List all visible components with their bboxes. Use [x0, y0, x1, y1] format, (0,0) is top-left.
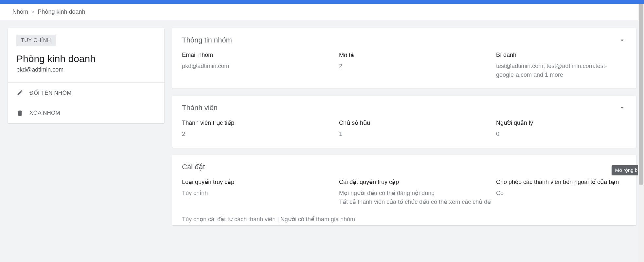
top-blue-bar	[0, 0, 644, 4]
field-label: Bí danh	[496, 52, 626, 58]
group-title: Phòng kinh doanh	[16, 53, 164, 64]
panels-column: Thông tin nhóm Email nhóm pkd@adtimin.co…	[172, 28, 636, 254]
trash-icon	[16, 109, 24, 117]
field-value: 2	[339, 62, 493, 71]
field-label: Loại quyền truy cập	[182, 178, 336, 186]
breadcrumb-current: Phòng kinh doanh	[38, 8, 85, 15]
field-value: pkd@adtimin.com	[182, 62, 336, 71]
delete-group-label: XÓA NHÓM	[29, 110, 60, 116]
main-content: TÙY CHỈNH Phòng kinh doanh pkd@adtimin.c…	[0, 20, 644, 262]
settings-fields: Loại quyền truy cập Tùy chỉnh Cài đặt qu…	[182, 178, 626, 206]
breadcrumb-separator: >	[31, 9, 34, 15]
group-email: pkd@adtimin.com	[16, 66, 164, 73]
pencil-icon	[16, 89, 24, 96]
chevron-down-icon[interactable]	[618, 104, 626, 112]
breadcrumb-root[interactable]: Nhóm	[12, 8, 28, 15]
panel-title-settings: Cài đặt	[182, 163, 205, 171]
panel-header-info: Thông tin nhóm	[182, 36, 626, 44]
panel-header-settings: Cài đặt	[182, 163, 626, 171]
settings-footer-text: Tùy chọn cài đặt tư cách thành viên | Ng…	[182, 216, 626, 223]
field-label: Người quản lý	[496, 119, 626, 126]
breadcrumb: Nhóm > Phòng kinh doanh	[0, 4, 644, 20]
custom-badge: TÙY CHỈNH	[16, 35, 56, 46]
field-label: Mô tả	[339, 52, 493, 59]
panel-settings[interactable]: Cài đặt Mở rộng bảng Loại quyền truy cập…	[172, 155, 636, 225]
panel-title-info: Thông tin nhóm	[182, 36, 232, 44]
field-value: 1	[339, 130, 493, 139]
chevron-down-icon[interactable]	[618, 36, 626, 44]
members-fields: Thành viên trực tiếp 2 Chủ sở hữu 1 Ngườ…	[182, 119, 626, 139]
field-direct-members: Thành viên trực tiếp 2	[182, 119, 336, 139]
field-group-email: Email nhóm pkd@adtimin.com	[182, 52, 336, 79]
vertical-scrollbar[interactable]	[638, 4, 644, 262]
field-aliases: Bí danh test@adtimin.com, test@adtimin.c…	[496, 52, 626, 79]
panel-title-members: Thành viên	[182, 104, 218, 112]
field-label: Chủ sở hữu	[339, 119, 493, 126]
field-description: Mô tả 2	[339, 52, 493, 79]
info-fields: Email nhóm pkd@adtimin.com Mô tả 2 Bí da…	[182, 52, 626, 79]
field-value: 0	[496, 130, 626, 139]
field-value: Tùy chỉnh	[182, 189, 336, 198]
field-access-type: Loại quyền truy cập Tùy chỉnh	[182, 178, 336, 206]
field-owners: Chủ sở hữu 1	[339, 119, 493, 139]
field-access-settings: Cài đặt quyền truy cập Mọi người đều có …	[339, 178, 493, 206]
panel-group-info[interactable]: Thông tin nhóm Email nhóm pkd@adtimin.co…	[172, 28, 636, 89]
field-label: Cho phép các thành viên bên ngoài tổ của…	[496, 178, 626, 186]
field-external-members: Cho phép các thành viên bên ngoài tổ của…	[496, 178, 626, 206]
field-value: test@adtimin.com, test@adtimin.com.test-…	[496, 62, 626, 79]
field-value: Có	[496, 189, 626, 198]
field-value: 2	[182, 130, 336, 139]
panel-members[interactable]: Thành viên Thành viên trực tiếp 2 Chủ sở…	[172, 96, 636, 148]
rename-group-label: ĐỔI TÊN NHÓM	[29, 90, 72, 96]
field-label: Thành viên trực tiếp	[182, 119, 336, 126]
panel-header-members: Thành viên	[182, 104, 626, 112]
scrollbar-thumb[interactable]	[639, 4, 643, 185]
field-managers: Người quản lý 0	[496, 119, 626, 139]
field-label: Cài đặt quyền truy cập	[339, 178, 493, 186]
rename-group-button[interactable]: ĐỔI TÊN NHÓM	[8, 83, 164, 103]
delete-group-button[interactable]: XÓA NHÓM	[8, 103, 164, 123]
field-value: Mọi người đều có thể đăng nội dung Tất c…	[339, 189, 493, 206]
field-label: Email nhóm	[182, 52, 336, 58]
group-summary-card: TÙY CHỈNH Phòng kinh doanh pkd@adtimin.c…	[8, 28, 164, 123]
